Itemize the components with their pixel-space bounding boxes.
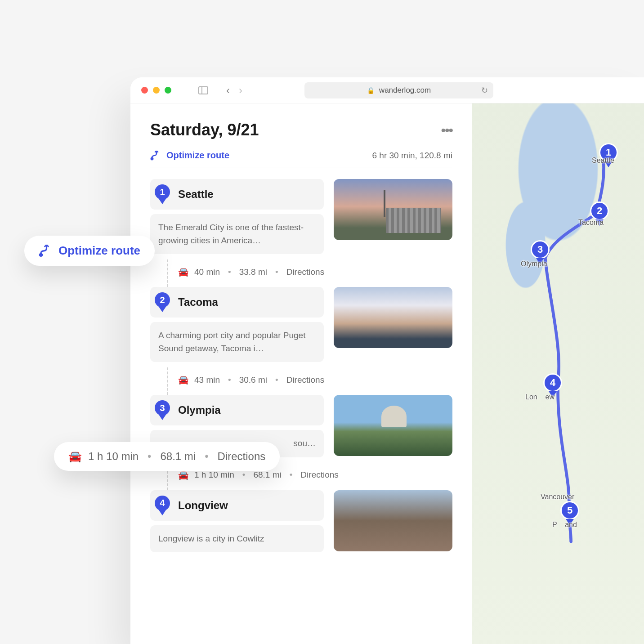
- nav-back-button[interactable]: ‹: [226, 85, 230, 96]
- stop-name: Longview: [178, 499, 228, 512]
- leg-row: 🚘 40 min • 33.8 mi • Directions: [150, 259, 452, 287]
- car-icon: 🚘: [178, 470, 189, 480]
- stop-name: Tacoma: [178, 296, 218, 309]
- car-icon: 🚘: [178, 267, 189, 277]
- directions-link[interactable]: Directions: [286, 375, 324, 385]
- nav-forward-button[interactable]: ›: [239, 85, 242, 96]
- window-controls: [141, 87, 171, 94]
- car-icon: 🚘: [178, 375, 189, 385]
- stop-thumbnail-seattle[interactable]: [334, 179, 452, 240]
- leg-time: 1 h 10 min: [194, 470, 234, 480]
- more-menu-button[interactable]: •••: [441, 127, 452, 134]
- leg-distance: 33.8 mi: [239, 267, 267, 277]
- stop-description: The Emerald City is one of the fastest-g…: [150, 214, 324, 254]
- browser-window: ‹ › 🔒 wanderlog.com ↻ Saturday, 9/21 •••: [130, 77, 644, 644]
- close-window-button[interactable]: [141, 87, 148, 94]
- sidebar-toggle-icon[interactable]: [198, 86, 208, 94]
- reload-icon[interactable]: ↻: [481, 85, 488, 95]
- callout-leg-time: 1 h 10 min: [88, 450, 139, 463]
- stop-thumbnail-tacoma[interactable]: [334, 287, 452, 348]
- stop-pin-3: 3: [155, 400, 170, 420]
- itinerary-panel: Saturday, 9/21 ••• Optimize route 6 hr 3…: [130, 103, 472, 644]
- leg-distance: 68.1 mi: [253, 470, 281, 480]
- route-icon: [39, 245, 52, 257]
- day-title: Saturday, 9/21: [150, 121, 259, 139]
- stop-name: Seattle: [178, 188, 214, 201]
- lock-icon: 🔒: [367, 87, 375, 94]
- stop-pin-1: 1: [155, 184, 170, 204]
- map-label-vancouver: Vancouver: [541, 493, 574, 501]
- optimize-route-label: Optimize route: [166, 150, 229, 161]
- map-label-olympia: Olympia: [521, 260, 547, 268]
- day-header: Saturday, 9/21 •••: [150, 121, 452, 139]
- route-icon: [150, 151, 161, 161]
- map-panel[interactable]: 1 Seattle 2 Tacoma 3 Olympia 4 Lon ew 5 …: [472, 103, 644, 644]
- stop-thumbnail-longview[interactable]: [334, 490, 452, 551]
- maximize-window-button[interactable]: [165, 87, 171, 94]
- car-icon: 🚘: [68, 450, 82, 463]
- url-bar[interactable]: 🔒 wanderlog.com ↻: [304, 82, 493, 98]
- stop-thumbnail-olympia[interactable]: [334, 395, 452, 456]
- stop-title-longview[interactable]: 4 Longview: [150, 490, 324, 521]
- stop-description: A charming port city and popular Puget S…: [150, 322, 324, 362]
- stop-title-seattle[interactable]: 1 Seattle: [150, 179, 324, 210]
- browser-chrome: ‹ › 🔒 wanderlog.com ↻: [130, 77, 644, 103]
- leg-time: 43 min: [194, 375, 220, 385]
- route-summary-row: Optimize route 6 hr 30 min, 120.8 mi: [150, 150, 452, 167]
- route-total: 6 hr 30 min, 120.8 mi: [372, 151, 452, 161]
- directions-link[interactable]: Directions: [300, 470, 338, 480]
- map-label-portland: P and: [552, 521, 577, 529]
- callout-optimize-route[interactable]: Optimize route: [24, 236, 155, 266]
- stop-description: Longview is a city in Cowlitz: [150, 525, 324, 553]
- url-host: wanderlog.com: [379, 86, 431, 95]
- nav-arrows: ‹ ›: [226, 85, 242, 96]
- stop-name: Olympia: [178, 404, 221, 416]
- map-label-seattle: Seattle: [592, 157, 614, 165]
- content-area: Saturday, 9/21 ••• Optimize route 6 hr 3…: [130, 103, 644, 644]
- stop-pin-4: 4: [155, 496, 170, 515]
- callout-directions-link[interactable]: Directions: [218, 450, 266, 463]
- stop-title-tacoma[interactable]: 2 Tacoma: [150, 287, 324, 318]
- optimize-route-link[interactable]: Optimize route: [150, 150, 229, 161]
- map-label-tacoma: Tacoma: [578, 219, 604, 227]
- leg-distance: 30.6 mi: [239, 375, 267, 385]
- stop-row: 2 Tacoma A charming port city and popula…: [150, 287, 452, 362]
- svg-point-0: [151, 157, 153, 159]
- svg-point-1: [40, 254, 42, 256]
- stop-row: 4 Longview Longview is a city in Cowlitz: [150, 490, 452, 553]
- minimize-window-button[interactable]: [153, 87, 160, 94]
- stop-pin-2: 2: [155, 292, 170, 312]
- directions-link[interactable]: Directions: [286, 267, 324, 277]
- callout-leg-distance: 68.1 mi: [160, 450, 196, 463]
- stop-row: 1 Seattle The Emerald City is one of the…: [150, 179, 452, 254]
- map-label-longview: Lon ew: [525, 393, 555, 401]
- callout-optimize-label: Optimize route: [58, 244, 140, 258]
- leg-row: 🚘 43 min • 30.6 mi • Directions: [150, 367, 452, 395]
- leg-time: 40 min: [194, 267, 220, 277]
- callout-leg: 🚘 1 h 10 min • 68.1 mi • Directions: [54, 442, 280, 471]
- stop-title-olympia[interactable]: 3 Olympia: [150, 395, 324, 425]
